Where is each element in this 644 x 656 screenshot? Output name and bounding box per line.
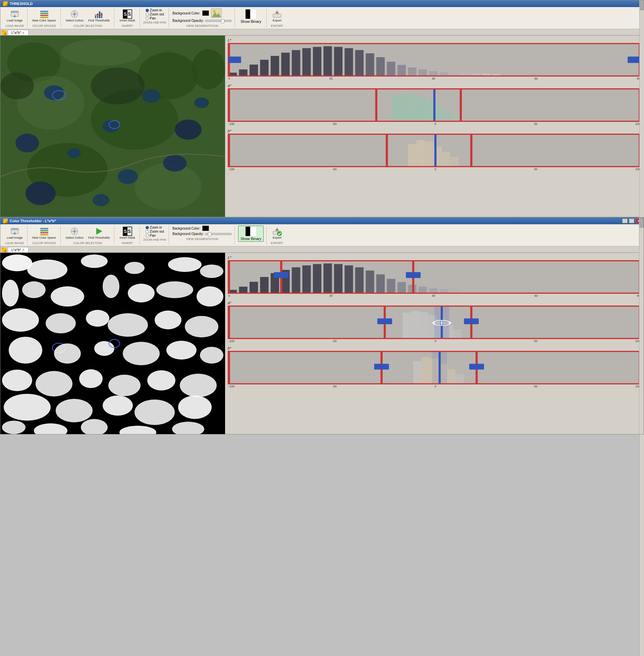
svg-rect-5 [40,13,48,14]
minimize-button[interactable]: − [622,219,627,223]
top-tab-close[interactable]: ✕ [22,31,25,35]
b-zoom-in-radio[interactable] [145,226,149,229]
svg-rect-191 [429,288,437,293]
find-thresholds-button[interactable]: Find Thresholds [87,8,111,23]
svg-rect-216 [464,318,479,324]
svg-point-42 [25,182,56,205]
b-new-color-space-button[interactable]: New Color Space [31,225,58,241]
b-invert-mask-button[interactable]: S S Invert Mask [118,225,137,241]
invert-mask-button[interactable]: S S Invert Mask [118,8,137,23]
top-tab-lab[interactable]: L*a*b* ✕ [8,30,28,35]
load-image-button[interactable]: Load Image [5,8,24,23]
svg-rect-173 [239,287,247,293]
b-find-thresholds-button[interactable]: Find Thresholds [87,225,111,241]
new-color-space-button[interactable]: New Color Space [31,8,58,23]
svg-point-158 [147,370,176,390]
b-zoom-out-radio[interactable] [145,230,149,233]
svg-rect-181 [323,264,332,293]
zoom-out-radio[interactable] [145,13,149,16]
bottom-scrollbar-thumb[interactable] [640,218,644,227]
select-colors-label: Select Colors [66,19,84,22]
maximize-button[interactable]: □ [629,219,634,223]
svg-rect-224 [416,376,423,384]
svg-point-41 [118,169,138,184]
pan-radio[interactable] [145,17,149,20]
svg-rect-187 [387,279,395,293]
bottom-chart-a-box[interactable] [228,306,641,339]
b-show-binary-button[interactable]: Show Binary [238,225,263,242]
b-opacity-slider-thumb[interactable] [208,232,211,236]
invert-mask-label: Invert Mask [119,19,135,22]
svg-rect-206 [454,329,462,338]
svg-rect-101 [413,158,420,167]
top-chart-L-box[interactable] [228,43,641,76]
find-thresholds-icon [94,9,104,19]
opacity-slider-thumb[interactable] [221,19,224,23]
b-opacity-slider[interactable] [205,233,232,235]
svg-rect-219 [422,357,430,384]
svg-point-131 [168,257,202,272]
svg-point-143 [108,313,148,337]
top-title-label: THRESHOLD [10,2,32,6]
top-chart-a: a* [228,84,641,126]
bottom-toolbar: Load Image LOAD IMAGE New Co [0,224,644,246]
svg-point-135 [51,286,84,307]
b-find-thresholds-label: Find Thresholds [88,236,110,240]
b-pan-radio[interactable] [145,234,149,237]
top-image-panel [0,36,225,217]
svg-rect-222 [447,369,456,384]
top-chart-a-label: a* [228,84,641,88]
b-export-button[interactable]: Export [270,225,284,241]
b-load-image-button[interactable]: Load Image [5,225,24,241]
zoom-out-option[interactable]: Zoom out [145,13,164,16]
b-zoom-out-option[interactable]: Zoom out [145,229,164,233]
svg-point-34 [135,163,202,210]
svg-rect-231 [469,364,484,369]
top-chart-a-box[interactable] [228,88,641,122]
btoolbar-group-zoom: Zoom in Zoom out Pan ZOOM AND PAN [141,225,169,245]
bottom-chart-L-box[interactable] [228,260,641,294]
svg-rect-80 [627,57,640,63]
zoom-out-label: Zoom out [150,13,164,16]
show-binary-button[interactable]: Show Binary [238,8,263,24]
svg-rect-82 [392,95,400,121]
opacity-slider[interactable] [205,20,232,22]
top-chart-b-box[interactable] [228,134,641,167]
bottom-tab-lab[interactable]: L*a*b* ✕ [8,247,28,253]
svg-point-20 [213,10,216,13]
bottom-chart-b-box[interactable] [228,351,641,385]
b-pan-option[interactable]: Pan [145,234,156,237]
svg-rect-88 [443,110,451,121]
svg-marker-119 [96,228,102,235]
bottom-chart-L-label: L* [228,256,641,260]
svg-rect-56 [271,56,279,76]
pan-option[interactable]: Pan [145,17,156,20]
svg-point-148 [9,337,42,364]
load-image-icon [10,9,20,19]
bottom-charts-panel: L* [225,253,644,434]
svg-rect-196 [274,272,289,278]
svg-point-36 [102,120,119,132]
top-window: THRESHOLD Load Image LO [0,0,644,217]
bottom-tab-close[interactable]: ✕ [22,248,25,252]
toolbar-group-showbinary: Show Binary [235,8,267,27]
svg-rect-70 [419,69,427,76]
top-scrollbar-thumb[interactable] [640,0,644,10]
b-bg-color-swatch[interactable] [202,225,209,231]
b-show-binary-label: Show Binary [240,237,261,241]
bg-color-swatch[interactable] [202,10,209,16]
svg-rect-215 [377,318,392,324]
b-load-image-label: Load Image [7,236,23,240]
bottom-scrollbar[interactable] [639,218,644,434]
svg-rect-184 [355,267,364,293]
b-zoom-in-option[interactable]: Zoom in [145,225,162,229]
zoom-in-radio[interactable] [145,9,149,12]
b-select-colors-button[interactable]: Select Colors [64,225,86,241]
svg-point-43 [93,194,109,206]
svg-point-40 [175,119,202,140]
export-button[interactable]: Export [270,8,284,23]
zoom-in-option[interactable]: Zoom in [145,8,162,12]
select-colors-button[interactable]: Select Colors [64,8,86,23]
svg-rect-86 [426,101,434,121]
btoolbar-group-colorsel: Select Colors Find Thresholds COLOR SELE… [61,225,115,245]
